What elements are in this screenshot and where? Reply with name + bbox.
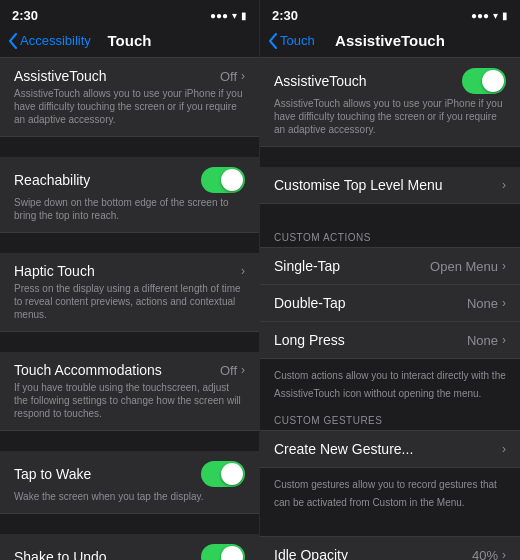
divider-2 bbox=[0, 233, 259, 253]
battery-icon: ▮ bbox=[241, 10, 247, 21]
long-press-right: None › bbox=[467, 333, 506, 348]
reachability-toggle[interactable] bbox=[201, 167, 245, 193]
double-tap-chevron: › bbox=[502, 296, 506, 310]
right-assistivetouch-label: AssistiveTouch bbox=[274, 73, 367, 89]
idle-opacity-right: 40% › bbox=[472, 548, 506, 561]
left-back-button[interactable]: Accessibility bbox=[8, 33, 91, 49]
tap-to-wake-item[interactable]: Tap to Wake Wake the screen when you tap… bbox=[0, 451, 259, 514]
right-back-label: Touch bbox=[280, 33, 315, 48]
reachability-item[interactable]: Reachability Swipe down on the bottom ed… bbox=[0, 157, 259, 233]
haptic-touch-chevron: › bbox=[241, 264, 245, 278]
left-panel: 2:30 ●●● ▾ ▮ Accessibility Touch Assisti… bbox=[0, 0, 260, 560]
right-signal-icon: ●●● bbox=[471, 10, 489, 21]
tap-to-wake-toggle-thumb bbox=[221, 463, 243, 485]
assistivetouch-right: Off › bbox=[220, 69, 245, 84]
haptic-touch-item[interactable]: Haptic Touch › Press on the display usin… bbox=[0, 253, 259, 332]
touch-accommodations-chevron: › bbox=[241, 363, 245, 377]
create-gesture-chevron: › bbox=[502, 442, 506, 456]
touch-accommodations-right: Off › bbox=[220, 363, 245, 378]
right-nav-title: AssistiveTouch bbox=[335, 32, 445, 49]
right-content: AssistiveTouch AssistiveTouch allows you… bbox=[260, 57, 520, 560]
left-content: AssistiveTouch Off › AssistiveTouch allo… bbox=[0, 57, 259, 560]
single-tap-right: Open Menu › bbox=[430, 259, 506, 274]
shake-to-undo-item[interactable]: Shake to Undo If you tend to shake your … bbox=[0, 534, 259, 560]
customise-menu-item[interactable]: Customise Top Level Menu › bbox=[260, 167, 520, 204]
right-panel: 2:30 ●●● ▾ ▮ Touch AssistiveTouch Assist… bbox=[260, 0, 520, 560]
create-gesture-item[interactable]: Create New Gesture... › bbox=[260, 430, 520, 468]
signal-icon: ●●● bbox=[210, 10, 228, 21]
double-tap-item[interactable]: Double-Tap None › bbox=[260, 285, 520, 322]
divider-5 bbox=[0, 514, 259, 534]
wifi-icon: ▾ bbox=[232, 10, 237, 21]
assistivetouch-value: Off bbox=[220, 69, 237, 84]
idle-opacity-item[interactable]: Idle Opacity 40% › bbox=[260, 536, 520, 560]
right-back-button[interactable]: Touch bbox=[268, 33, 315, 49]
right-time: 2:30 bbox=[272, 8, 298, 23]
customise-menu-label: Customise Top Level Menu bbox=[274, 177, 443, 193]
left-back-label: Accessibility bbox=[20, 33, 91, 48]
single-tap-item[interactable]: Single-Tap Open Menu › bbox=[260, 247, 520, 285]
reachability-desc: Swipe down on the bottom edge of the scr… bbox=[14, 196, 245, 222]
left-status-bar: 2:30 ●●● ▾ ▮ bbox=[0, 0, 259, 28]
haptic-touch-desc: Press on the display using a different l… bbox=[14, 282, 245, 321]
long-press-item[interactable]: Long Press None › bbox=[260, 322, 520, 359]
double-tap-right: None › bbox=[467, 296, 506, 311]
divider-1 bbox=[0, 137, 259, 157]
right-assistivetouch-item[interactable]: AssistiveTouch AssistiveTouch allows you… bbox=[260, 57, 520, 147]
tap-to-wake-toggle[interactable] bbox=[201, 461, 245, 487]
shake-to-undo-label: Shake to Undo bbox=[14, 549, 107, 560]
idle-opacity-chevron: › bbox=[502, 548, 506, 560]
touch-accommodations-label: Touch Accommodations bbox=[14, 362, 162, 378]
reachability-toggle-thumb bbox=[221, 169, 243, 191]
touch-accommodations-value: Off bbox=[220, 363, 237, 378]
divider-4 bbox=[0, 431, 259, 451]
long-press-value: None bbox=[467, 333, 498, 348]
right-assistivetouch-toggle[interactable] bbox=[462, 68, 506, 94]
right-assistivetouch-toggle-thumb bbox=[482, 70, 504, 92]
right-divider-3 bbox=[260, 516, 520, 536]
right-assistivetouch-desc: AssistiveTouch allows you to use your iP… bbox=[274, 97, 506, 136]
single-tap-value: Open Menu bbox=[430, 259, 498, 274]
shake-to-undo-toggle-thumb bbox=[221, 546, 243, 560]
idle-opacity-value: 40% bbox=[472, 548, 498, 561]
left-nav-bar: Accessibility Touch bbox=[0, 28, 259, 57]
shake-to-undo-toggle[interactable] bbox=[201, 544, 245, 560]
custom-gestures-header: CUSTOM GESTURES bbox=[260, 407, 520, 430]
customise-menu-chevron: › bbox=[502, 178, 506, 192]
long-press-label: Long Press bbox=[274, 332, 345, 348]
double-tap-value: None bbox=[467, 296, 498, 311]
right-wifi-icon: ▾ bbox=[493, 10, 498, 21]
left-status-icons: ●●● ▾ ▮ bbox=[210, 10, 247, 21]
assistivetouch-desc: AssistiveTouch allows you to use your iP… bbox=[14, 87, 245, 126]
assistivetouch-chevron: › bbox=[241, 69, 245, 83]
custom-gestures-footer: Custom gestures allow you to record gest… bbox=[274, 479, 497, 508]
reachability-label: Reachability bbox=[14, 172, 90, 188]
custom-actions-footer: Custom actions allow you to interact dir… bbox=[274, 370, 506, 399]
right-status-icons: ●●● ▾ ▮ bbox=[471, 10, 508, 21]
right-battery-icon: ▮ bbox=[502, 10, 508, 21]
custom-actions-header: CUSTOM ACTIONS bbox=[260, 224, 520, 247]
double-tap-label: Double-Tap bbox=[274, 295, 346, 311]
right-divider-1 bbox=[260, 147, 520, 167]
touch-accommodations-desc: If you have trouble using the touchscree… bbox=[14, 381, 245, 420]
haptic-touch-label: Haptic Touch bbox=[14, 263, 95, 279]
touch-accommodations-item[interactable]: Touch Accommodations Off › If you have t… bbox=[0, 352, 259, 431]
long-press-chevron: › bbox=[502, 333, 506, 347]
tap-to-wake-desc: Wake the screen when you tap the display… bbox=[14, 490, 245, 503]
idle-opacity-label: Idle Opacity bbox=[274, 547, 348, 560]
right-nav-bar: Touch AssistiveTouch bbox=[260, 28, 520, 57]
assistivetouch-label: AssistiveTouch bbox=[14, 68, 107, 84]
tap-to-wake-label: Tap to Wake bbox=[14, 466, 91, 482]
divider-3 bbox=[0, 332, 259, 352]
right-divider-2 bbox=[260, 204, 520, 224]
single-tap-label: Single-Tap bbox=[274, 258, 340, 274]
left-time: 2:30 bbox=[12, 8, 38, 23]
left-main-section: AssistiveTouch Off › AssistiveTouch allo… bbox=[0, 57, 259, 560]
create-gesture-label: Create New Gesture... bbox=[274, 441, 413, 457]
assistivetouch-item[interactable]: AssistiveTouch Off › AssistiveTouch allo… bbox=[0, 57, 259, 137]
left-nav-title: Touch bbox=[108, 32, 152, 49]
single-tap-chevron: › bbox=[502, 259, 506, 273]
haptic-touch-right: › bbox=[241, 264, 245, 278]
right-status-bar: 2:30 ●●● ▾ ▮ bbox=[260, 0, 520, 28]
